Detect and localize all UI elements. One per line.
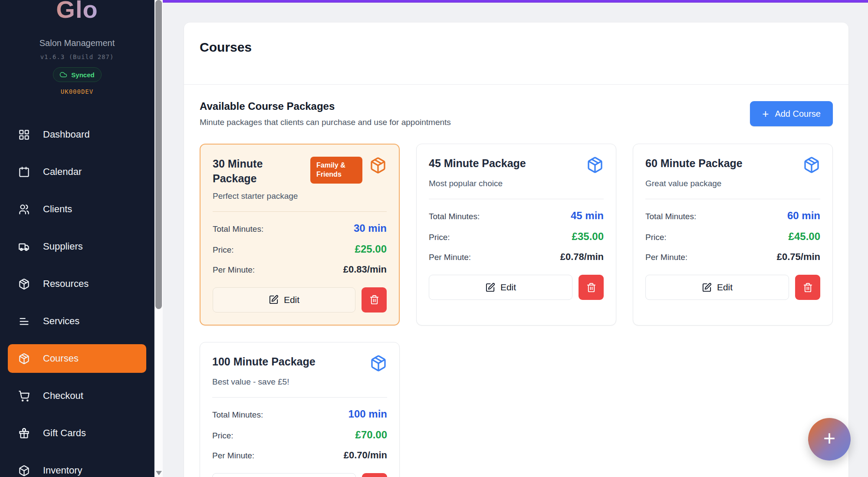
app-version: v1.6.3 (Build 287) [0, 53, 154, 60]
sidebar-item-checkout[interactable]: Checkout [8, 382, 146, 410]
card-description: Perfect starter package [213, 191, 387, 201]
row-label: Total Minutes: [645, 212, 696, 221]
price-row: Price: £70.00 [212, 429, 387, 441]
card-header: 60 Minute Package [645, 156, 820, 174]
floating-add-button[interactable]: + [808, 418, 851, 461]
trash-icon [369, 295, 379, 305]
sidebar-item-label: Checkout [43, 390, 83, 401]
price-value: £35.00 [572, 230, 604, 243]
price-value: £25.00 [355, 243, 387, 255]
section-header: Available Course Packages Minute package… [200, 100, 833, 127]
package-icon [803, 156, 820, 174]
per-minute-row: Per Minute: £0.83/min [213, 264, 387, 275]
sidebar-item-label: Gift Cards [43, 428, 86, 439]
row-label: Total Minutes: [212, 410, 263, 420]
delete-button[interactable] [795, 275, 820, 300]
section-subtitle: Minute packages that clients can purchas… [200, 118, 451, 127]
sidebar-item-suppliers[interactable]: Suppliers [8, 232, 146, 261]
divider [645, 199, 820, 199]
package-icon [18, 353, 30, 365]
row-label: Total Minutes: [213, 224, 263, 234]
per-minute-value: £0.78/min [560, 251, 604, 263]
edit-button[interactable]: Edit [212, 473, 356, 477]
section-title: Available Course Packages [200, 100, 451, 112]
total-minutes-value: 30 min [354, 222, 387, 234]
add-course-button[interactable]: + Add Course [750, 101, 833, 126]
total-minutes-row: Total Minutes: 100 min [212, 408, 387, 420]
total-minutes-row: Total Minutes: 30 min [213, 222, 387, 234]
main-area: Courses Available Course Packages Minute… [163, 0, 868, 477]
trash-icon [803, 283, 813, 293]
card-title: 45 Minute Package [429, 156, 586, 171]
total-minutes-row: Total Minutes: 45 min [429, 210, 604, 222]
total-minutes-value: 60 min [787, 210, 820, 222]
sidebar-item-inventory[interactable]: Inventory [8, 456, 146, 477]
course-card-45-minute: 45 Minute Package Most popular choice To… [416, 144, 616, 326]
plus-icon: + [762, 108, 769, 119]
divider [213, 211, 387, 212]
row-label: Price: [429, 233, 450, 242]
sidebar-item-resources[interactable]: Resources [8, 270, 146, 298]
sidebar-item-label: Courses [43, 353, 79, 364]
total-minutes-row: Total Minutes: 60 min [645, 210, 820, 222]
edit-button[interactable]: Edit [213, 287, 355, 313]
edit-button[interactable]: Edit [429, 275, 572, 300]
list-icon [18, 316, 30, 327]
per-minute-value: £0.75/min [777, 251, 820, 263]
edit-icon [485, 283, 495, 293]
sidebar-item-clients[interactable]: Clients [8, 195, 146, 224]
delete-button[interactable] [362, 473, 387, 477]
dashboard-grid-icon [18, 129, 30, 141]
calendar-icon [18, 166, 30, 178]
edit-label: Edit [284, 295, 299, 305]
card-description: Most popular choice [429, 179, 604, 188]
row-label: Price: [212, 431, 233, 441]
sidebar-item-gift-cards[interactable]: Gift Cards [8, 419, 146, 447]
scrollbar-thumb[interactable] [155, 0, 162, 309]
sidebar-scrollbar[interactable] [154, 0, 163, 477]
section-header-text: Available Course Packages Minute package… [200, 100, 451, 127]
card-header: 45 Minute Package [429, 156, 604, 174]
row-label: Per Minute: [213, 265, 255, 275]
sidebar-item-dashboard[interactable]: Dashboard [8, 120, 146, 149]
course-card-30-minute: 30 Minute Package Family & Friends Perfe… [200, 144, 400, 326]
row-label: Per Minute: [212, 451, 254, 461]
trash-icon [586, 283, 596, 293]
truck-icon [18, 241, 30, 253]
per-minute-value: £0.70/min [344, 450, 387, 461]
scrollbar-down-arrow-icon[interactable] [156, 471, 162, 475]
per-minute-value: £0.83/min [343, 264, 387, 275]
panel-body: Available Course Packages Minute package… [184, 85, 848, 477]
sidebar: Glo Salon Management v1.6.3 (Build 287) … [0, 0, 154, 477]
page-title: Courses [200, 40, 833, 55]
card-description: Great value package [645, 179, 820, 188]
sync-status-label: Synced [71, 71, 94, 79]
card-actions: Edit [213, 287, 387, 313]
sidebar-item-label: Inventory [43, 465, 82, 476]
price-row: Price: £35.00 [429, 230, 604, 243]
sidebar-item-label: Calendar [43, 166, 82, 178]
edit-button[interactable]: Edit [645, 275, 789, 300]
panel-header: Courses [184, 23, 848, 85]
card-actions: Edit [429, 275, 604, 300]
sidebar-item-label: Suppliers [43, 241, 83, 252]
row-label: Total Minutes: [429, 212, 480, 221]
sync-status-badge: Synced [53, 67, 102, 82]
shopping-cart-icon [18, 390, 30, 402]
delete-button[interactable] [362, 287, 387, 313]
course-card-100-minute: 100 Minute Package Best value - save £5!… [200, 342, 400, 477]
package-icon [18, 278, 30, 290]
sidebar-item-services[interactable]: Services [8, 307, 146, 336]
users-icon [18, 204, 30, 215]
per-minute-row: Per Minute: £0.75/min [645, 251, 820, 263]
row-label: Per Minute: [429, 253, 471, 262]
cloud-icon [59, 71, 67, 79]
course-card-60-minute: 60 Minute Package Great value package To… [633, 144, 833, 326]
price-row: Price: £25.00 [213, 243, 387, 255]
delete-button[interactable] [579, 275, 604, 300]
sidebar-item-calendar[interactable]: Calendar [8, 158, 146, 186]
course-cards-grid: 30 Minute Package Family & Friends Perfe… [200, 144, 833, 477]
sidebar-item-courses[interactable]: Courses [8, 344, 146, 373]
edit-icon [702, 283, 712, 293]
edit-icon [269, 295, 279, 305]
